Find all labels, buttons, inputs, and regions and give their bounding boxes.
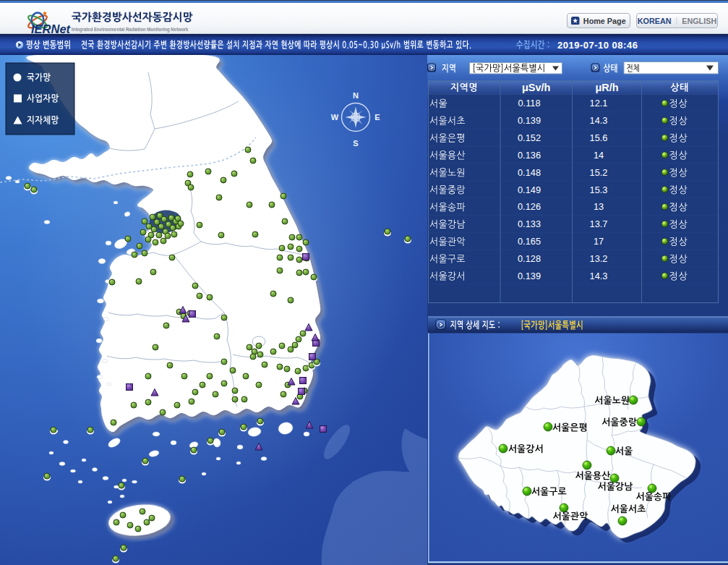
svg-text:15.2: 15.2 bbox=[590, 167, 608, 178]
svg-text:μSv/h: μSv/h bbox=[522, 82, 551, 93]
svg-text:13: 13 bbox=[594, 201, 604, 212]
svg-text:μR/h: μR/h bbox=[595, 82, 618, 93]
svg-text:0.148: 0.148 bbox=[518, 167, 541, 178]
svg-text:0.136: 0.136 bbox=[518, 150, 541, 161]
svg-text:2019-07-10 08:46: 2019-07-10 08:46 bbox=[557, 40, 638, 51]
svg-text:14.3: 14.3 bbox=[590, 115, 608, 126]
svg-text:0.118: 0.118 bbox=[518, 98, 540, 109]
svg-text:0.149: 0.149 bbox=[518, 184, 541, 195]
svg-text:12.1: 12.1 bbox=[590, 98, 608, 109]
svg-text:0.133: 0.133 bbox=[518, 218, 541, 229]
svg-text:13.7: 13.7 bbox=[590, 218, 608, 229]
svg-text:0.139: 0.139 bbox=[518, 115, 541, 126]
svg-text:17: 17 bbox=[594, 236, 604, 247]
svg-text:15.3: 15.3 bbox=[590, 184, 608, 195]
svg-text:N: N bbox=[353, 91, 359, 100]
svg-text:15.6: 15.6 bbox=[590, 132, 608, 143]
svg-text:0.128: 0.128 bbox=[518, 253, 541, 264]
svg-text:14: 14 bbox=[594, 150, 604, 161]
svg-text:0.126: 0.126 bbox=[518, 201, 541, 212]
svg-text:S: S bbox=[353, 139, 358, 148]
svg-text:13.2: 13.2 bbox=[590, 253, 608, 264]
svg-text:E: E bbox=[374, 113, 380, 122]
svg-text:0.152: 0.152 bbox=[518, 132, 541, 143]
svg-text:14.3: 14.3 bbox=[590, 271, 608, 281]
svg-text:W: W bbox=[331, 113, 339, 122]
svg-text:0.139: 0.139 bbox=[518, 271, 541, 281]
svg-text:0.165: 0.165 bbox=[518, 236, 541, 247]
